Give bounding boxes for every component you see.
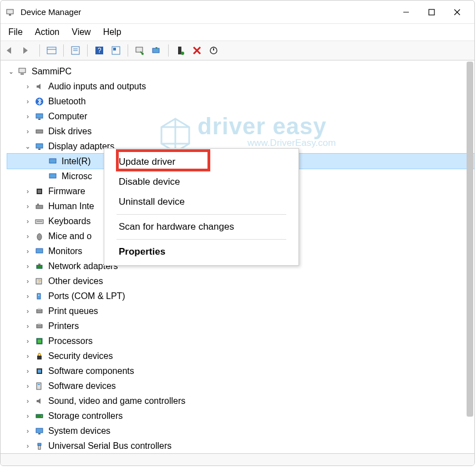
svg-rect-55 xyxy=(38,384,40,385)
tree-category[interactable]: ›Ports (COM & LPT) xyxy=(7,288,474,303)
enable-icon[interactable] xyxy=(173,43,188,58)
chevron-down-icon[interactable]: ⌄ xyxy=(24,143,32,150)
chevron-right-icon[interactable]: › xyxy=(24,188,32,195)
svg-rect-38 xyxy=(36,249,43,253)
category-label: Bluetooth xyxy=(48,97,86,107)
chevron-right-icon[interactable]: › xyxy=(24,202,32,210)
chevron-right-icon[interactable]: › xyxy=(24,442,32,450)
chevron-right-icon[interactable]: › xyxy=(24,322,32,330)
scrollbar[interactable] xyxy=(467,62,473,417)
tree-category[interactable]: ›Universal Serial Bus controllers xyxy=(7,438,474,453)
tree-category[interactable]: ›Printers xyxy=(7,318,474,333)
chevron-right-icon[interactable]: › xyxy=(24,337,32,345)
ctx-scan-hardware[interactable]: Scan for hardware changes xyxy=(104,217,298,237)
hid-icon xyxy=(34,201,45,212)
chevron-right-icon[interactable]: › xyxy=(24,128,32,135)
tree-category[interactable]: ›Bluetooth xyxy=(7,94,474,109)
chevron-right-icon[interactable]: › xyxy=(24,382,32,390)
tree-category[interactable]: ›Print queues xyxy=(7,303,474,318)
action-icon[interactable] xyxy=(109,43,123,58)
tree-category[interactable]: ›Disk drives xyxy=(7,124,474,139)
refresh-icon[interactable] xyxy=(206,43,221,58)
printer-icon xyxy=(34,306,45,317)
close-button[interactable] xyxy=(444,4,470,21)
ctx-properties[interactable]: Properties xyxy=(104,242,298,262)
uninstall-icon[interactable] xyxy=(190,43,204,58)
chevron-right-icon[interactable]: › xyxy=(24,367,32,375)
menu-help[interactable]: Help xyxy=(103,27,121,37)
category-label: Computer xyxy=(48,112,87,121)
svg-rect-29 xyxy=(49,159,56,163)
svg-rect-6 xyxy=(47,47,56,54)
minimize-button[interactable] xyxy=(393,4,419,21)
svg-rect-32 xyxy=(38,190,41,193)
svg-rect-1 xyxy=(9,14,11,16)
bluetooth-icon xyxy=(34,96,45,107)
menu-view[interactable]: View xyxy=(72,27,90,37)
speaker-icon xyxy=(34,81,45,92)
category-label: Security devices xyxy=(48,351,113,361)
svg-rect-33 xyxy=(36,205,43,209)
chevron-right-icon[interactable]: › xyxy=(24,352,32,360)
chevron-right-icon[interactable]: › xyxy=(24,292,32,300)
help-icon[interactable]: ? xyxy=(92,43,107,58)
maximize-button[interactable] xyxy=(419,4,444,21)
root-label: SammiPC xyxy=(32,67,72,77)
chevron-right-icon[interactable]: › xyxy=(24,247,32,255)
svg-point-44 xyxy=(38,295,39,296)
svg-rect-61 xyxy=(38,445,40,449)
tree-category[interactable]: ›Software components xyxy=(7,363,474,378)
category-label: Printers xyxy=(48,321,79,331)
tree-category[interactable]: ›Security devices xyxy=(7,348,474,363)
tree-category[interactable]: ›Storage controllers xyxy=(7,408,474,423)
chevron-right-icon[interactable]: › xyxy=(24,427,32,435)
chevron-right-icon[interactable]: › xyxy=(24,232,32,240)
chevron-right-icon[interactable]: › xyxy=(24,397,32,405)
chevron-right-icon[interactable]: › xyxy=(24,83,32,90)
back-button[interactable] xyxy=(4,43,18,58)
svg-rect-45 xyxy=(37,310,42,313)
device-manager-window: Device Manager File Action View Help ? xyxy=(0,0,475,466)
menu-action[interactable]: Action xyxy=(35,27,59,37)
scrollbar-thumb[interactable] xyxy=(467,62,473,417)
category-label: Human Inte xyxy=(48,201,94,211)
ctx-uninstall-device[interactable]: Uninstall device xyxy=(104,192,298,212)
ctx-disable-device[interactable]: Disable device xyxy=(104,172,298,192)
svg-rect-25 xyxy=(38,119,40,120)
tree-category[interactable]: ›Computer xyxy=(7,109,474,124)
network-icon xyxy=(34,261,45,272)
tree-category[interactable]: ›Software devices xyxy=(7,378,474,393)
forward-button[interactable] xyxy=(21,43,35,58)
category-label: Storage controllers xyxy=(48,411,123,421)
display-icon xyxy=(47,171,58,182)
svg-text:?: ? xyxy=(38,278,40,284)
chevron-right-icon[interactable]: › xyxy=(24,98,32,105)
tree-category[interactable]: ›Audio inputs and outputs xyxy=(7,79,474,94)
category-label: Sound, video and game controllers xyxy=(48,396,185,406)
chevron-right-icon[interactable]: › xyxy=(24,217,32,225)
chevron-right-icon[interactable]: › xyxy=(24,277,32,285)
tree-category[interactable]: ›?Other devices xyxy=(7,274,474,288)
menubar: File Action View Help xyxy=(1,24,474,41)
question-icon: ? xyxy=(34,276,45,287)
scan-icon[interactable] xyxy=(133,43,147,58)
tree-category[interactable]: ›Processors xyxy=(7,333,474,348)
chevron-right-icon[interactable]: › xyxy=(24,412,32,420)
svg-point-57 xyxy=(41,416,42,417)
chevron-right-icon[interactable]: › xyxy=(24,262,32,270)
chevron-right-icon[interactable]: › xyxy=(24,307,32,315)
update-driver-icon[interactable] xyxy=(149,43,164,58)
chevron-down-icon[interactable]: ⌄ xyxy=(7,68,15,75)
chevron-right-icon[interactable]: › xyxy=(24,113,32,120)
root-node[interactable]: ⌄ SammiPC xyxy=(7,64,474,79)
properties-icon[interactable] xyxy=(68,43,83,58)
tree-category[interactable]: ›System devices xyxy=(7,423,474,438)
ctx-update-driver[interactable]: Update driver xyxy=(104,152,298,172)
svg-rect-28 xyxy=(38,149,40,150)
disk-icon xyxy=(34,126,45,137)
menu-file[interactable]: File xyxy=(8,27,23,37)
show-hidden-icon[interactable] xyxy=(44,43,59,58)
tree-category[interactable]: ›Sound, video and game controllers xyxy=(7,393,474,408)
usb-icon xyxy=(34,440,45,452)
svg-point-37 xyxy=(37,234,42,240)
